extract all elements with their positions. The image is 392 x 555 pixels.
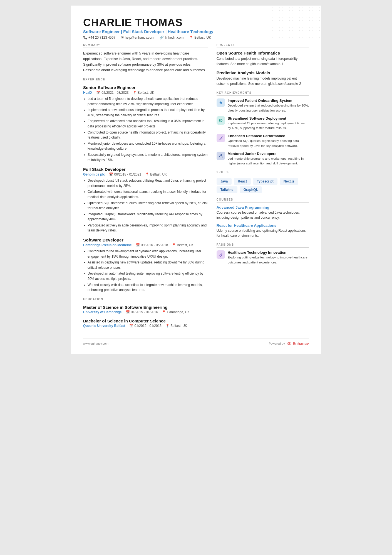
passion-1-desc: Exploring cutting-edge technology to imp… xyxy=(228,255,309,265)
job-2-meta: Genomics plc 📅 06/2018 - 01/2021 📍 Belfa… xyxy=(83,172,208,176)
page-footer: www.enhancv.com Powered by Enhancv xyxy=(83,338,309,346)
achievement-2-content: Streamlined Software Deployment Implemen… xyxy=(228,116,309,131)
resume-page: CHARLIE THOMAS Software Engineer | Full … xyxy=(71,6,321,354)
phone-contact: 📞 +44 20 7123 4567 xyxy=(83,36,115,40)
bullet: Optimised SQL database queries, increasi… xyxy=(88,201,208,211)
job-3-meta: Cambridge Precision Medicine 📅 09/2016 -… xyxy=(83,243,208,247)
location-icon: 📍 xyxy=(189,36,193,40)
edu-2: Bachelor of Science in Computer Science … xyxy=(83,319,208,328)
achievement-4-title: Mentored Junior Developers xyxy=(228,152,309,156)
bullet: Developed an automated testing suite, im… xyxy=(88,271,208,281)
pin-icon: 📍 xyxy=(162,310,166,314)
powered-by-text: Powered by xyxy=(269,342,285,345)
phone-icon: 📞 xyxy=(83,36,87,40)
bullet: Implemented a new continuous integration… xyxy=(88,107,208,118)
edu-1-meta: University of Cambridge 📅 01/2015 - 01/2… xyxy=(83,310,208,314)
project-1: Open Source Health Informatics Contribut… xyxy=(217,51,309,66)
experience-label: EXPERIENCE xyxy=(83,78,208,82)
job-2-bullets: Developed robust full stack solutions ut… xyxy=(83,178,208,233)
passion-1-title: Healthcare Technology Innovation xyxy=(228,250,309,255)
svg-point-2 xyxy=(289,343,290,344)
edu-2-degree: Bachelor of Science in Computer Science xyxy=(83,319,208,323)
achievement-4-desc: Led mentorship programs and workshops, r… xyxy=(228,156,309,166)
edu-2-meta: Queen's University Belfast 📅 01/2012 - 0… xyxy=(83,324,208,328)
edu-2-school: Queen's University Belfast xyxy=(83,324,125,328)
edu-1-dates: 📅 01/2015 - 01/2016 xyxy=(126,310,158,314)
achievement-3-content: Enhanced Database Performance Optimised … xyxy=(228,134,309,148)
brand-name: Enhancv xyxy=(293,341,309,346)
edu-1-location: 📍 Cambridge, UK xyxy=(162,310,190,314)
passion-1-content: Healthcare Technology Innovation Explori… xyxy=(228,250,309,265)
bullet: Developed robust full stack solutions ut… xyxy=(88,178,208,188)
skills-row-1: Java React Typescript Next.js xyxy=(217,178,309,185)
bullet: Collaborated with cross-functional teams… xyxy=(88,189,208,199)
calendar-icon: 📅 xyxy=(109,172,113,176)
enhancv-logo: Enhancv xyxy=(287,341,309,346)
job-2-location: 📍 Belfast, UK xyxy=(145,172,167,176)
job-1-bullets: Led a team of 5 engineers to develop a h… xyxy=(83,96,208,162)
job-3-company: Cambridge Precision Medicine xyxy=(83,243,132,247)
achievement-1-icon xyxy=(217,98,225,107)
course-1: Advanced Java Programming Coursera cours… xyxy=(217,205,309,220)
achievement-2-icon xyxy=(217,116,225,125)
bullet: Successfully migrated legacy systems to … xyxy=(88,152,208,162)
location-contact: 📍 Belfast, UK xyxy=(189,36,211,40)
edu-1-degree: Master of Science in Software Engineerin… xyxy=(83,305,208,310)
achievement-1-desc: Developed system that reduced onboarding… xyxy=(228,103,309,113)
achievements-section: KEY ACHIEVEMENTS Improved Patient Onboar… xyxy=(217,91,309,166)
job-3-location: 📍 Belfast, UK xyxy=(172,243,193,247)
bullet: Contributed to open source health inform… xyxy=(88,130,208,140)
courses-label: COURSES xyxy=(217,198,309,203)
calendar-icon: 📅 xyxy=(96,91,100,95)
achievement-4-content: Mentored Junior Developers Led mentorshi… xyxy=(228,152,309,166)
phone-number: +44 20 7123 4567 xyxy=(88,36,115,40)
achievement-2: Streamlined Software Deployment Implemen… xyxy=(217,116,309,131)
skills-label: SKILLS xyxy=(217,171,309,175)
job-2-dates: 📅 06/2018 - 01/2021 xyxy=(109,172,141,176)
summary-section: SUMMARY Experienced software engineer wi… xyxy=(83,43,208,73)
passions-section: PASSIONS Healthcare Technology Innovatio… xyxy=(217,243,309,265)
projects-section: PROJECTS Open Source Health Informatics … xyxy=(217,43,309,86)
course-2: React for Healthcare Applications Udemy … xyxy=(217,223,309,238)
achievements-label: KEY ACHIEVEMENTS xyxy=(217,91,309,96)
email-contact: ✉ help@enhancv.com xyxy=(121,36,154,40)
footer-url: www.enhancv.com xyxy=(83,342,108,345)
skill-nextjs: Next.js xyxy=(280,178,298,185)
left-column: SUMMARY Experienced software engineer wi… xyxy=(83,43,208,333)
edu-1-school: University of Cambridge xyxy=(83,310,122,314)
job-2-company: Genomics plc xyxy=(83,172,105,176)
passion-1: Healthcare Technology Innovation Explori… xyxy=(217,250,309,265)
pin-icon: 📍 xyxy=(133,91,137,95)
course-2-title: React for Healthcare Applications xyxy=(217,223,309,228)
skill-tailwind: Tailwind xyxy=(217,186,237,193)
projects-label: PROJECTS xyxy=(217,43,309,48)
achievement-2-desc: Implemented CI processes reducing deploy… xyxy=(228,121,309,131)
linkedin-icon: 🔗 xyxy=(160,36,164,40)
achievement-3-title: Enhanced Database Performance xyxy=(228,134,309,138)
skill-java: Java xyxy=(217,178,232,185)
bullet: Integrated GraphQL frameworks, significa… xyxy=(88,212,208,222)
email-icon: ✉ xyxy=(121,36,124,40)
achievement-3: Enhanced Database Performance Optimised … xyxy=(217,134,309,148)
edu-2-location: 📍 Belfast, UK xyxy=(165,324,187,328)
bullet: Led a team of 5 engineers to develop a h… xyxy=(88,96,208,107)
job-2-title: Full Stack Developer xyxy=(83,167,208,172)
job-1-company: HealX xyxy=(83,91,92,95)
job-3-bullets: Contributed to the development of dynami… xyxy=(83,249,208,293)
achievement-2-title: Streamlined Software Deployment xyxy=(228,116,309,120)
education-label: EDUCATION xyxy=(83,298,208,302)
calendar-icon: 📅 xyxy=(126,310,130,314)
job-2: Full Stack Developer Genomics plc 📅 06/2… xyxy=(83,167,208,233)
project-2: Predictive Analysis Models Developed mac… xyxy=(217,70,309,86)
bullet: Engineered an advanced data analytics to… xyxy=(88,119,208,129)
achievement-3-desc: Optimised SQL queries, significantly boo… xyxy=(228,139,309,148)
job-3: Software Developer Cambridge Precision M… xyxy=(83,238,208,293)
summary-label: SUMMARY xyxy=(83,43,208,48)
job-1: Senior Software Engineer HealX 📅 02/2021… xyxy=(83,85,208,162)
project-2-desc: Developed machine learning models improv… xyxy=(217,76,309,86)
bullet: Mentored junior developers and conducted… xyxy=(88,141,208,151)
bullet: Assisted in deploying new software updat… xyxy=(88,260,208,270)
achievement-1-content: Improved Patient Onboarding System Devel… xyxy=(228,98,309,113)
bullet: Participated actively in agile ceremonie… xyxy=(88,223,208,233)
pin-icon: 📍 xyxy=(172,243,176,247)
